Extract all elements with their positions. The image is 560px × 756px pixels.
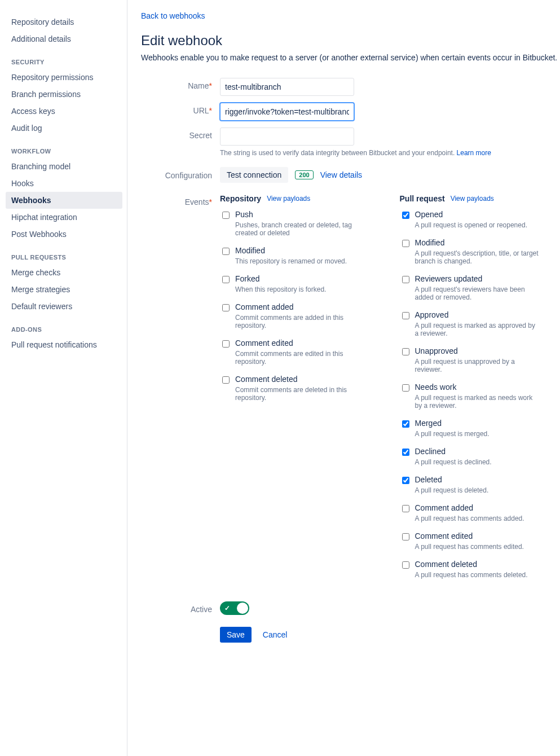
event-checkbox[interactable] — [402, 505, 409, 512]
sidebar-heading: PULL REQUESTS — [6, 250, 122, 264]
event-title: Push — [235, 210, 359, 219]
active-label: Active — [141, 605, 220, 614]
event-title: Comment deleted — [235, 375, 359, 384]
event-checkbox[interactable] — [402, 449, 409, 456]
event-item: Comment editedA pull request has comment… — [400, 531, 561, 551]
event-title: Modified — [235, 246, 347, 255]
event-title: Needs work — [415, 383, 539, 392]
event-checkbox[interactable] — [402, 276, 409, 283]
event-checkbox[interactable] — [222, 304, 230, 311]
events-column-pull-request: Pull requestView payloadsOpenedA pull re… — [400, 194, 561, 588]
sidebar-item-merge-strategies[interactable]: Merge strategies — [6, 281, 122, 298]
status-badge: 200 — [295, 170, 313, 179]
event-checkbox[interactable] — [222, 212, 230, 219]
event-description: A pull request is marked as needs work b… — [415, 394, 539, 410]
sidebar-item-access-keys[interactable]: Access keys — [6, 103, 122, 120]
event-description: A pull request is declined. — [415, 458, 492, 466]
event-title: Merged — [415, 419, 490, 428]
event-item: Comment addedCommit comments are added i… — [220, 302, 381, 329]
event-checkbox[interactable] — [222, 276, 230, 283]
view-details-link[interactable]: View details — [320, 170, 362, 179]
event-description: A pull request is merged. — [415, 430, 490, 438]
events-column-repository: RepositoryView payloadsPushPushes, branc… — [220, 194, 381, 588]
event-description: A pull request has comments deleted. — [415, 571, 528, 579]
event-item: PushPushes, branch created or deleted, t… — [220, 210, 381, 237]
sidebar-item-additional-details[interactable]: Additional details — [6, 30, 122, 47]
event-checkbox[interactable] — [402, 477, 409, 484]
sidebar-item-merge-checks[interactable]: Merge checks — [6, 264, 122, 281]
event-item: DeletedA pull request is deleted. — [400, 475, 561, 494]
test-connection-button[interactable]: Test connection — [220, 167, 288, 183]
sidebar-item-branch-permissions[interactable]: Branch permissions — [6, 86, 122, 103]
toggle-knob — [237, 603, 248, 614]
name-label: Name* — [141, 78, 220, 90]
event-description: A pull request is unapproved by a review… — [415, 358, 539, 373]
event-description: A pull request's description, title, or … — [415, 249, 539, 265]
back-to-webhooks-link[interactable]: Back to webhooks — [141, 11, 205, 20]
name-input[interactable] — [220, 78, 354, 96]
event-title: Comment added — [415, 503, 524, 512]
sidebar-item-audit-log[interactable]: Audit log — [6, 120, 122, 137]
event-description: Commit comments are added in this reposi… — [235, 314, 359, 329]
event-title: Comment added — [235, 302, 359, 311]
sidebar-item-post-webhooks[interactable]: Post Webhooks — [6, 226, 122, 243]
sidebar-item-pr-notifications[interactable]: Pull request notifications — [6, 336, 122, 353]
events-label: Events* — [141, 194, 220, 206]
url-label: URL* — [141, 103, 220, 115]
view-payloads-link[interactable]: View payloads — [451, 195, 494, 203]
sidebar-item-repo-permissions[interactable]: Repository permissions — [6, 69, 122, 86]
secret-input[interactable] — [220, 128, 354, 146]
event-checkbox[interactable] — [402, 348, 409, 355]
page-title: Edit webhook — [141, 33, 560, 49]
event-checkbox[interactable] — [402, 420, 409, 428]
event-item: ApprovedA pull request is marked as appr… — [400, 310, 561, 337]
settings-sidebar: Repository detailsAdditional details SEC… — [0, 0, 127, 756]
event-description: A pull request has comments added. — [415, 515, 524, 522]
sidebar-item-hooks[interactable]: Hooks — [6, 175, 122, 192]
event-title: Comment deleted — [415, 560, 528, 569]
sidebar-item-hipchat[interactable]: Hipchat integration — [6, 209, 122, 226]
sidebar-item-repo-details[interactable]: Repository details — [6, 14, 122, 30]
event-checkbox[interactable] — [222, 340, 230, 348]
event-title: Reviewers updated — [415, 274, 539, 283]
sidebar-heading: SECURITY — [6, 55, 122, 69]
event-checkbox[interactable] — [402, 312, 409, 319]
learn-more-link[interactable]: Learn more — [457, 149, 491, 157]
event-checkbox[interactable] — [222, 376, 230, 384]
event-item: Comment deletedA pull request has commen… — [400, 560, 561, 579]
event-title: Comment edited — [415, 531, 524, 540]
page-description: Webhooks enable you to make request to a… — [141, 53, 560, 62]
event-checkbox[interactable] — [402, 212, 409, 219]
save-button[interactable]: Save — [220, 627, 252, 643]
active-toggle[interactable]: ✓ — [220, 601, 249, 615]
event-checkbox[interactable] — [402, 533, 409, 540]
event-item: DeclinedA pull request is declined. — [400, 447, 561, 466]
event-item: Comment addedA pull request has comments… — [400, 503, 561, 522]
event-checkbox[interactable] — [402, 384, 409, 392]
sidebar-item-webhooks[interactable]: Webhooks — [6, 192, 122, 209]
event-checkbox[interactable] — [402, 240, 409, 247]
sidebar-item-branching-model[interactable]: Branching model — [6, 158, 122, 175]
event-title: Approved — [415, 310, 539, 319]
event-description: A pull request has comments edited. — [415, 543, 524, 551]
url-input[interactable] — [220, 103, 354, 121]
event-description: A pull request is opened or reopened. — [415, 221, 527, 229]
event-item: UnapprovedA pull request is unapproved b… — [400, 346, 561, 373]
secret-help-text: The string is used to verify data integr… — [220, 149, 560, 157]
event-title: Deleted — [415, 475, 489, 484]
event-title: Modified — [415, 238, 539, 247]
cancel-button[interactable]: Cancel — [257, 627, 293, 643]
sidebar-item-default-reviewers[interactable]: Default reviewers — [6, 298, 122, 315]
sidebar-heading: ADD-ONS — [6, 323, 122, 336]
event-description: A pull request's reviewers have been add… — [415, 285, 539, 301]
events-column-title: Pull request — [400, 194, 445, 203]
event-description: This repository is renamed or moved. — [235, 257, 347, 265]
event-item: ForkedWhen this repository is forked. — [220, 274, 381, 293]
event-checkbox[interactable] — [222, 248, 230, 255]
event-checkbox[interactable] — [402, 561, 409, 569]
view-payloads-link[interactable]: View payloads — [267, 195, 310, 203]
main-content: Back to webhooks Edit webhook Webhooks e… — [127, 0, 560, 756]
event-item: Needs workA pull request is marked as ne… — [400, 383, 561, 410]
event-item: ModifiedA pull request's description, ti… — [400, 238, 561, 265]
event-item: Comment editedCommit comments are edited… — [220, 339, 381, 366]
